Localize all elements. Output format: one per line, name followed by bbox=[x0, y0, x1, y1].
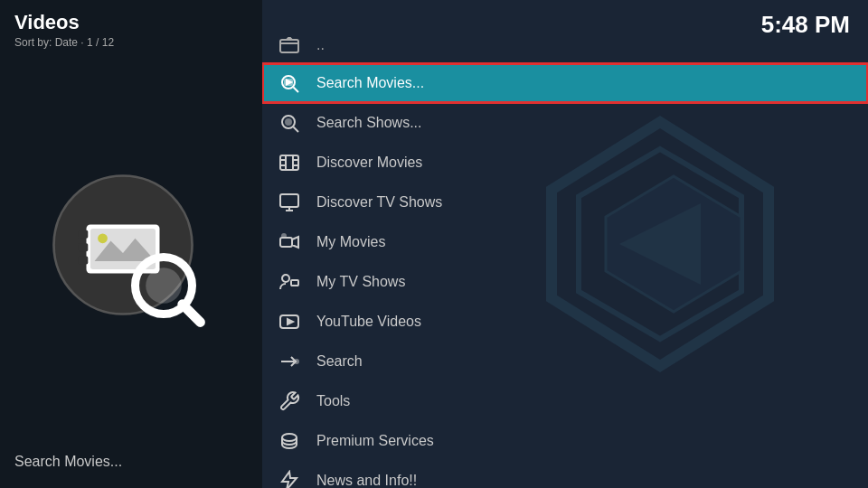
left-icon-area bbox=[0, 52, 262, 454]
svg-point-14 bbox=[98, 233, 108, 243]
svg-rect-18 bbox=[280, 40, 298, 52]
svg-rect-33 bbox=[280, 194, 298, 207]
menu-item-search-movies[interactable]: Search Movies... bbox=[262, 63, 868, 103]
sort-info: Sort by: Date · 1 / 12 bbox=[14, 36, 248, 49]
search-shows-icon bbox=[277, 110, 302, 136]
menu-item-discover-tv[interactable]: Discover TV Shows bbox=[262, 183, 868, 222]
selected-item-label: Search Movies... bbox=[0, 454, 262, 488]
svg-rect-36 bbox=[280, 238, 292, 247]
page-title: Videos bbox=[14, 11, 248, 34]
folder-up-icon bbox=[277, 33, 302, 58]
svg-rect-8 bbox=[79, 257, 89, 265]
person-video-icon bbox=[277, 269, 302, 295]
svg-point-16 bbox=[146, 267, 182, 304]
svg-line-24 bbox=[294, 127, 299, 133]
menu-item-my-movies[interactable]: My Movies bbox=[262, 222, 868, 262]
svg-marker-46 bbox=[282, 472, 297, 488]
coins-icon bbox=[277, 428, 302, 454]
info-icon bbox=[277, 468, 302, 488]
film-icon bbox=[277, 150, 302, 175]
svg-point-25 bbox=[286, 119, 291, 125]
discover-movies-label: Discover Movies bbox=[316, 155, 422, 171]
video-camera-icon bbox=[277, 230, 302, 255]
svg-point-38 bbox=[282, 234, 286, 238]
menu-item-tools[interactable]: Tools bbox=[262, 381, 868, 421]
my-movies-label: My Movies bbox=[316, 234, 385, 250]
search-label: Search bbox=[316, 353, 363, 370]
right-panel: .. Search Movies... bbox=[262, 0, 868, 488]
search-movie-icon bbox=[277, 70, 302, 96]
youtube-icon bbox=[277, 309, 302, 334]
discover-tv-label: Discover TV Shows bbox=[316, 194, 442, 211]
menu-item-discover-movies[interactable]: Discover Movies bbox=[262, 143, 868, 183]
premium-label: Premium Services bbox=[316, 433, 434, 449]
svg-rect-26 bbox=[280, 155, 298, 170]
svg-point-44 bbox=[295, 360, 298, 363]
svg-rect-6 bbox=[79, 230, 89, 239]
menu-item-search[interactable]: Search bbox=[262, 342, 868, 381]
svg-point-39 bbox=[282, 275, 289, 282]
svg-line-20 bbox=[294, 88, 299, 93]
arrow-search-icon bbox=[277, 349, 302, 374]
news-label: News and Info!! bbox=[316, 473, 417, 488]
tools-label: Tools bbox=[316, 393, 350, 409]
parent-dir-label: .. bbox=[316, 37, 325, 53]
svg-point-45 bbox=[282, 434, 297, 441]
menu-list: .. Search Movies... bbox=[262, 27, 868, 488]
svg-rect-7 bbox=[79, 243, 89, 251]
menu-item-news[interactable]: News and Info!! bbox=[262, 461, 868, 488]
search-movies-label: Search Movies... bbox=[316, 75, 424, 91]
main-icon bbox=[50, 172, 212, 334]
menu-item-search-shows[interactable]: Search Shows... bbox=[262, 103, 868, 143]
left-panel: Videos Sort by: Date · 1 / 12 Search Mov bbox=[0, 0, 262, 488]
svg-marker-37 bbox=[292, 237, 298, 248]
menu-item-my-tv-shows[interactable]: My TV Shows bbox=[262, 262, 868, 302]
my-tv-shows-label: My TV Shows bbox=[316, 274, 405, 290]
time-display: 5:48 PM bbox=[761, 11, 850, 39]
svg-line-17 bbox=[183, 305, 201, 323]
menu-item-premium[interactable]: Premium Services bbox=[262, 421, 868, 461]
youtube-label: YouTube Videos bbox=[316, 314, 421, 330]
svg-marker-43 bbox=[288, 319, 293, 324]
tools-icon bbox=[277, 389, 302, 414]
top-bar-left: Videos Sort by: Date · 1 / 12 bbox=[0, 0, 262, 52]
search-shows-label: Search Shows... bbox=[316, 115, 422, 131]
menu-item-youtube[interactable]: YouTube Videos bbox=[262, 302, 868, 342]
monitor-icon bbox=[277, 190, 302, 215]
